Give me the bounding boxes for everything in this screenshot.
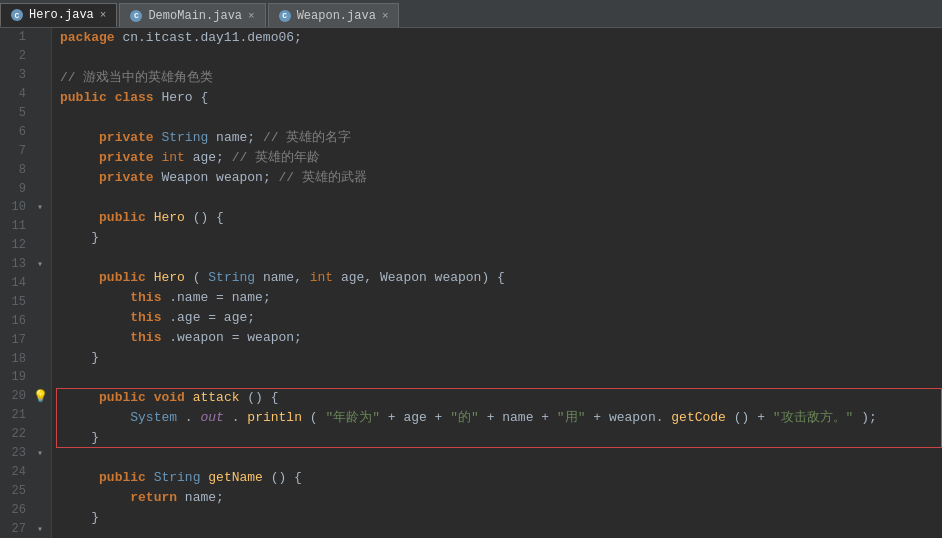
code-lines: package cn.itcast.day11.demo06; // 游戏当中的… [60,28,942,538]
gutter-row-19: 19 [0,368,51,387]
code-line-2 [60,48,942,68]
code-line-23: public String getName () { [60,468,942,488]
cls-system-20: System [130,410,177,425]
code-line-22 [60,448,942,468]
code-line-11: } [60,228,942,248]
code-line-17: } [60,348,942,368]
gutter-row-20: 20 💡 [0,387,51,406]
comment-8: // 英雄的武器 [279,170,367,185]
tab-hero-java[interactable]: C Hero.java × [0,3,117,27]
gutter-row-5: 5 [0,104,51,123]
fold-icon-13[interactable]: ▾ [32,258,48,270]
code-line-19: public void attack () { [60,388,942,408]
gutter-row-11: 11 [0,217,51,236]
line-num-27: 27 [0,522,32,536]
tab-close-demomain[interactable]: × [248,10,255,22]
editor: 1 2 3 4 5 6 7 [0,28,942,538]
line-num-4: 4 [0,87,32,101]
code-line-14: this .name = name; [60,288,942,308]
line-num-15: 15 [0,295,32,309]
method-getcode-20: getCode [671,410,726,425]
gutter-row-15: 15 [0,292,51,311]
gutter-row-22: 22 [0,425,51,444]
str-de-20: "的" [450,410,479,425]
str-gongji-20: "攻击敌方。" [773,410,854,425]
code-line-9 [60,188,942,208]
gutter-row-8: 8 [0,160,51,179]
kw-int-7: int [161,150,184,165]
code-line-13: public Hero ( String name, int age, Weap… [60,268,942,288]
line-num-12: 12 [0,238,32,252]
line-num-19: 19 [0,370,32,384]
line-num-7: 7 [0,144,32,158]
line-num-8: 8 [0,163,32,177]
tab-icon-hero: C [11,9,23,21]
line-num-1: 1 [0,30,32,44]
code-line-8: private Weapon weapon; // 英雄的武器 [60,168,942,188]
gutter-row-24: 24 [0,462,51,481]
kw-void-19: void [154,390,185,405]
code-line-16: this .weapon = weapon; [60,328,942,348]
code-line-10: public Hero () { [60,208,942,228]
kw-this-16: this [130,330,161,345]
line-num-5: 5 [0,106,32,120]
tab-close-hero[interactable]: × [100,9,107,21]
bulb-icon-20[interactable]: 💡 [32,389,48,404]
method-hero-10: Hero [154,210,185,225]
comment-7: // 英雄的年龄 [232,150,320,165]
code-line-25: } [60,508,942,528]
gutter-row-25: 25 [0,481,51,500]
field-out-20: out [200,410,223,425]
gutter-row-21: 21 [0,406,51,425]
tab-label-hero: Hero.java [29,8,94,22]
gutter-row-10: 10 ▾ [0,198,51,217]
gutter-row-2: 2 [0,47,51,66]
fold-icon-23[interactable]: ▾ [32,447,48,459]
gutter-row-4: 4 [0,85,51,104]
method-getname-23: getName [208,470,263,485]
kw-this-14: this [130,290,161,305]
line-num-26: 26 [0,503,32,517]
tab-label-demomain: DemoMain.java [148,9,242,23]
comment-6: // 英雄的名字 [263,130,351,145]
kw-public-23: public [99,470,146,485]
line-number-gutter: 1 2 3 4 5 6 7 [0,28,52,538]
line-num-14: 14 [0,276,32,290]
line-num-22: 22 [0,427,32,441]
kw-public-13: public [99,270,146,285]
cls-weapon-8: Weapon [161,170,208,185]
kw-int-13: int [310,270,333,285]
method-println-20: println [247,410,302,425]
line-num-10: 10 [0,200,32,214]
code-area[interactable]: package cn.itcast.day11.demo06; // 游戏当中的… [52,28,942,538]
code-line-6: private String name; // 英雄的名字 [60,128,942,148]
code-line-3: // 游戏当中的英雄角色类 [60,68,942,88]
kw-public-4: public [60,90,107,105]
kw-return-24: return [130,490,177,505]
comment-3: // 游戏当中的英雄角色类 [60,70,213,85]
gutter-row-16: 16 [0,311,51,330]
cls-weapon-13: Weapon [380,270,427,285]
line-num-23: 23 [0,446,32,460]
tab-weapon-java[interactable]: C Weapon.java × [268,3,400,27]
fold-icon-27[interactable]: ▾ [32,523,48,535]
error-region: public void attack () { System . out . p… [60,388,942,448]
method-attack-19: attack [193,390,240,405]
gutter-row-7: 7 [0,141,51,160]
line-num-24: 24 [0,465,32,479]
gutter-row-23: 23 ▾ [0,444,51,463]
code-line-15: this .age = age; [60,308,942,328]
line-num-2: 2 [0,49,32,63]
line-num-6: 6 [0,125,32,139]
fold-icon-10[interactable]: ▾ [32,201,48,213]
line-num-11: 11 [0,219,32,233]
tab-close-weapon[interactable]: × [382,10,389,22]
kw-this-15: this [130,310,161,325]
type-string-6: String [161,130,208,145]
gutter-row-26: 26 [0,500,51,519]
tab-demomain-java[interactable]: C DemoMain.java × [119,3,265,27]
tab-icon-weapon: C [279,10,291,22]
kw-private-7: private [99,150,154,165]
kw-class-4: class [115,90,154,105]
type-string-13: String [208,270,255,285]
